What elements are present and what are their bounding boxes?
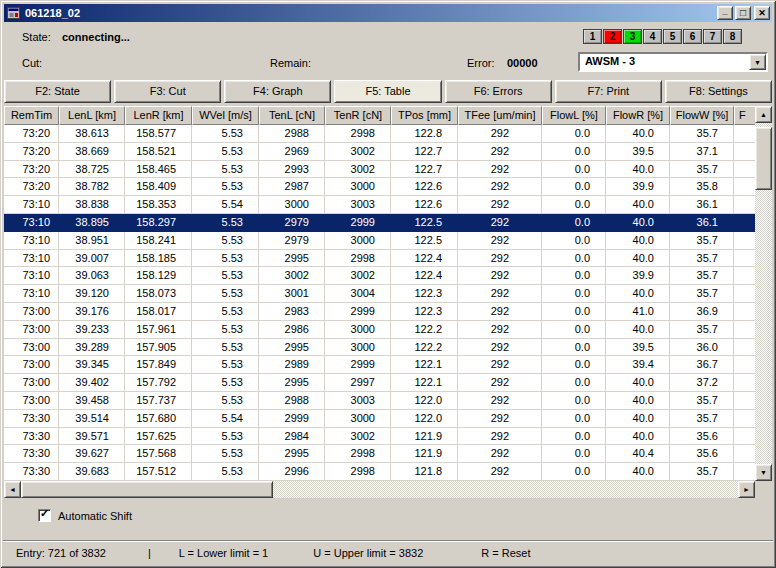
- column-header-6[interactable]: TPos [mm]: [391, 106, 458, 125]
- scroll-right-icon[interactable]: ►: [738, 481, 755, 498]
- column-header-5[interactable]: TenR [cN]: [325, 106, 391, 125]
- table-row-7[interactable]: 73:1039.007158.1855.5329952998122.42920.…: [4, 250, 755, 268]
- cell: 157.568: [125, 445, 192, 463]
- cell: 39.571: [59, 428, 125, 446]
- automatic-shift-option[interactable]: ✓ Automatic Shift: [38, 509, 132, 522]
- cell: 73:30: [4, 410, 59, 428]
- table-row-17[interactable]: 73:3039.571157.6255.5329843002121.92920.…: [4, 428, 755, 446]
- machine-select[interactable]: AWSM - 3 ▼: [578, 52, 768, 72]
- tab-settings[interactable]: F8: Settings: [665, 80, 772, 103]
- cell: 39.627: [59, 445, 125, 463]
- table-row-10[interactable]: 73:0039.176158.0175.5329832999122.32920.…: [4, 303, 755, 321]
- cell: 0.0: [542, 445, 606, 463]
- cell: 39.402: [59, 374, 125, 392]
- column-header-8[interactable]: FlowL [%]: [542, 106, 606, 125]
- cell: 73:20: [4, 125, 59, 143]
- maximize-button[interactable]: □: [735, 6, 751, 20]
- scroll-up-icon[interactable]: ▲: [755, 106, 772, 123]
- vertical-scroll-thumb[interactable]: [755, 127, 772, 190]
- table-row-13[interactable]: 73:0039.345157.8495.5329892999122.12920.…: [4, 356, 755, 374]
- tab-table[interactable]: F5: Table: [334, 80, 441, 103]
- table-row-15[interactable]: 73:0039.458157.7375.5329883003122.02920.…: [4, 392, 755, 410]
- dropdown-arrow-icon[interactable]: ▼: [749, 54, 766, 70]
- column-header-3[interactable]: WVel [m/s]: [192, 106, 259, 125]
- cell: 0.0: [542, 232, 606, 250]
- tab-graph[interactable]: F4: Graph: [224, 80, 331, 103]
- cell: 292: [458, 321, 542, 339]
- table-row-0[interactable]: 73:2038.613158.5775.5329882998122.82920.…: [4, 125, 755, 143]
- cell: 39.9: [606, 178, 670, 196]
- cell: [734, 339, 755, 357]
- cell: 35.7: [670, 463, 734, 481]
- column-header-0[interactable]: RemTim: [4, 106, 59, 125]
- table-row-4[interactable]: 73:1038.838158.3535.5430003003122.62920.…: [4, 196, 755, 214]
- cell: 158.185: [125, 250, 192, 268]
- column-header-9[interactable]: FlowR [%]: [606, 106, 670, 125]
- table-row-11[interactable]: 73:0039.233157.9615.5329863000122.22920.…: [4, 321, 755, 339]
- cell: 39.289: [59, 339, 125, 357]
- cell: 73:10: [4, 196, 59, 214]
- cell: 40.0: [606, 392, 670, 410]
- cell: 158.297: [125, 214, 192, 232]
- table-row-5[interactable]: 73:1038.895158.2975.5329792999122.52920.…: [4, 214, 755, 232]
- cell: 122.6: [391, 178, 458, 196]
- cell: 0.0: [542, 392, 606, 410]
- cell: 5.53: [192, 232, 259, 250]
- scroll-down-icon[interactable]: ▼: [755, 464, 772, 481]
- cell: 38.838: [59, 196, 125, 214]
- table-row-2[interactable]: 73:2038.725158.4655.5329933002122.72920.…: [4, 161, 755, 179]
- table-row-1[interactable]: 73:2038.669158.5215.5329693002122.72920.…: [4, 143, 755, 161]
- cell: [734, 125, 755, 143]
- cell: 3000: [325, 178, 391, 196]
- table-row-14[interactable]: 73:0039.402157.7925.5329952997122.12920.…: [4, 374, 755, 392]
- vertical-scrollbar[interactable]: ▲ ▼: [755, 106, 772, 481]
- scroll-left-icon[interactable]: ◄: [4, 481, 21, 498]
- cell: 2998: [325, 463, 391, 481]
- column-header-7[interactable]: TFee [um/min]: [458, 106, 542, 125]
- cell: 5.53: [192, 339, 259, 357]
- cell: 5.53: [192, 321, 259, 339]
- column-header-10[interactable]: FlowW [%]: [670, 106, 734, 125]
- cell: 5.53: [192, 125, 259, 143]
- horizontal-scrollbar[interactable]: ◄ ►: [4, 481, 755, 498]
- table-row-16[interactable]: 73:3039.514157.6805.5429993000122.02920.…: [4, 410, 755, 428]
- column-header-11[interactable]: F: [734, 106, 755, 125]
- tab-print[interactable]: F7: Print: [555, 80, 662, 103]
- table-row-18[interactable]: 73:3039.627157.5685.5329952998121.92920.…: [4, 445, 755, 463]
- horizontal-scroll-thumb[interactable]: [21, 481, 273, 498]
- cell: 5.54: [192, 196, 259, 214]
- minimize-button[interactable]: _: [717, 6, 733, 20]
- tab-bar: F2: StateF3: CutF4: GraphF5: TableF6: Er…: [4, 80, 772, 103]
- cell: 292: [458, 161, 542, 179]
- automatic-shift-checkbox[interactable]: ✓: [38, 509, 51, 522]
- table-row-8[interactable]: 73:1039.063158.1295.5330023002122.42920.…: [4, 267, 755, 285]
- cell: [734, 267, 755, 285]
- cell: 2984: [259, 428, 325, 446]
- table-row-9[interactable]: 73:1039.120158.0735.5330013004122.32920.…: [4, 285, 755, 303]
- cell: [734, 214, 755, 232]
- column-header-2[interactable]: LenR [km]: [125, 106, 192, 125]
- tab-state[interactable]: F2: State: [4, 80, 111, 103]
- cell: 39.9: [606, 267, 670, 285]
- column-header-4[interactable]: TenL [cN]: [259, 106, 325, 125]
- cell: 3000: [325, 232, 391, 250]
- table-row-6[interactable]: 73:1038.951158.2415.5329793000122.52920.…: [4, 232, 755, 250]
- cell: 73:10: [4, 232, 59, 250]
- table-row-12[interactable]: 73:0039.289157.9055.5329953000122.22920.…: [4, 339, 755, 357]
- table-body: 73:2038.613158.5775.5329882998122.82920.…: [4, 125, 755, 481]
- cell: [734, 232, 755, 250]
- tab-cut[interactable]: F3: Cut: [114, 80, 221, 103]
- cell: 3003: [325, 196, 391, 214]
- status-separator: |: [148, 547, 151, 559]
- close-button[interactable]: ✕: [754, 6, 770, 20]
- table-row-3[interactable]: 73:2038.782158.4095.5329873000122.62920.…: [4, 178, 755, 196]
- status-reset: R = Reset: [481, 547, 530, 559]
- cell: 292: [458, 125, 542, 143]
- table-row-19[interactable]: 73:3039.683157.5125.5329962998121.82920.…: [4, 463, 755, 481]
- column-header-1[interactable]: LenL [km]: [59, 106, 125, 125]
- cell: 3000: [259, 196, 325, 214]
- cell: 122.1: [391, 374, 458, 392]
- indicator-row: 12345678: [583, 29, 742, 44]
- cell: 3003: [325, 392, 391, 410]
- tab-errors[interactable]: F6: Errors: [445, 80, 552, 103]
